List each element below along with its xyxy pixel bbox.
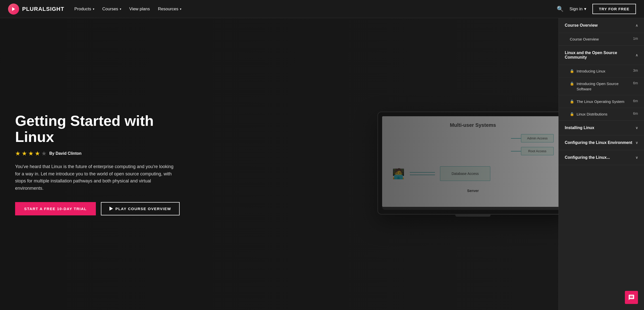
nav-left: PLURALSIGHT Products ▾ Courses ▾ View pl… xyxy=(8,4,181,15)
search-icon[interactable]: 🔍 xyxy=(557,6,564,12)
play-course-button[interactable]: PLAY COURSE OVERVIEW xyxy=(101,202,180,215)
courses-chevron-icon: ▾ xyxy=(120,7,121,11)
sidebar-item-left-1: 🔒 Introducing Linux xyxy=(570,68,631,74)
sign-in-button[interactable]: Sign in ▾ xyxy=(570,6,586,12)
sidebar-section-installing-linux: Installing Linux ∨ xyxy=(559,121,644,135)
sidebar-item-left-4: 🔒 Linux Distributions xyxy=(570,111,631,117)
lock-icon-4: 🔒 xyxy=(570,112,574,116)
sidebar-section-course-overview: Course Overview ∧ Course Overview 1m xyxy=(559,18,644,46)
sidebar-section-header-configuring-2[interactable]: Configuring the Linux... ∨ xyxy=(559,150,644,165)
star-3: ★ xyxy=(28,150,34,157)
sidebar-item-course-overview[interactable]: Course Overview 1m xyxy=(559,33,644,45)
svg-marker-0 xyxy=(12,7,15,11)
signin-chevron-icon: ▾ xyxy=(584,6,586,12)
section-chevron-down-2-icon: ∨ xyxy=(635,141,638,145)
star-4: ★ xyxy=(35,150,40,157)
try-free-button[interactable]: TRY FOR FREE xyxy=(592,4,636,14)
hero-buttons: START A FREE 10-DAY TRIAL PLAY COURSE OV… xyxy=(15,202,191,215)
sidebar-section-linux-oss: Linux and the Open Source Community ∧ 🔒 … xyxy=(559,46,644,121)
section-chevron-up-2-icon: ∧ xyxy=(635,53,638,57)
star-rating: ★ ★ ★ ★ ★ xyxy=(15,150,47,157)
star-1: ★ xyxy=(15,150,21,157)
sidebar-item-linux-distros[interactable]: 🔒 Linux Distributions 6m xyxy=(559,108,644,120)
sidebar-section-header-course-overview[interactable]: Course Overview ∧ xyxy=(559,18,644,33)
trial-button[interactable]: START A FREE 10-DAY TRIAL xyxy=(15,202,96,215)
nav-links: Products ▾ Courses ▾ View plans Resource… xyxy=(74,7,181,12)
star-2: ★ xyxy=(22,150,27,157)
sidebar-section-header-configuring[interactable]: Configuring the Linux Environment ∨ xyxy=(559,135,644,150)
course-description: You've heard that Linux is the future of… xyxy=(15,163,176,192)
sidebar-item-linux-os[interactable]: 🔒 The Linux Operating System 6m xyxy=(559,95,644,108)
sidebar-item-left-2: 🔒 Introducing Open Source Software xyxy=(570,81,631,92)
rating-row: ★ ★ ★ ★ ★ By David Clinton xyxy=(15,150,191,157)
section-chevron-up-icon: ∧ xyxy=(635,23,638,27)
sidebar-section-configuring-linux-2: Configuring the Linux... ∨ xyxy=(559,150,644,165)
course-title: Getting Started with Linux xyxy=(15,113,191,145)
logo[interactable]: PLURALSIGHT xyxy=(8,4,64,15)
sidebar-item-intro-linux[interactable]: 🔒 Introducing Linux 3m xyxy=(559,65,644,77)
lock-icon-3: 🔒 xyxy=(570,99,574,103)
brand-name: PLURALSIGHT xyxy=(22,6,64,12)
navbar: PLURALSIGHT Products ▾ Courses ▾ View pl… xyxy=(0,0,644,18)
sidebar-item-left-3: 🔒 The Linux Operating System xyxy=(570,99,631,104)
nav-right: 🔍 Sign in ▾ TRY FOR FREE xyxy=(557,4,636,14)
nav-courses[interactable]: Courses ▾ xyxy=(102,7,121,12)
nav-products[interactable]: Products ▾ xyxy=(74,7,94,12)
products-chevron-icon: ▾ xyxy=(93,7,94,11)
play-triangle-icon xyxy=(109,207,113,211)
logo-icon xyxy=(8,4,19,15)
lock-icon-2: 🔒 xyxy=(570,82,574,86)
chat-icon xyxy=(628,294,635,301)
section-chevron-down-3-icon: ∨ xyxy=(635,156,638,160)
sidebar-item-left: Course Overview xyxy=(570,36,631,42)
lock-icon-1: 🔒 xyxy=(570,69,574,73)
sidebar-section-header-installing[interactable]: Installing Linux ∨ xyxy=(559,121,644,135)
play-icon xyxy=(11,7,16,12)
sidebar-item-intro-oss[interactable]: 🔒 Introducing Open Source Software 6m xyxy=(559,77,644,95)
hero-section: Multi-user Systems Admin Access Root Acc… xyxy=(0,18,644,310)
resources-chevron-icon: ▾ xyxy=(180,7,181,11)
hero-content: Getting Started with Linux ★ ★ ★ ★ ★ By … xyxy=(0,18,206,310)
author-label: By David Clinton xyxy=(49,151,82,156)
sidebar-section-configuring-linux: Configuring the Linux Environment ∨ xyxy=(559,135,644,150)
nav-resources[interactable]: Resources ▾ xyxy=(158,7,181,12)
chat-button[interactable] xyxy=(625,291,638,304)
section-chevron-down-icon: ∨ xyxy=(635,126,638,130)
nav-view-plans[interactable]: View plans xyxy=(129,7,150,12)
sidebar-section-header-linux-oss[interactable]: Linux and the Open Source Community ∧ xyxy=(559,46,644,65)
course-sidebar: Course Overview ∧ Course Overview 1m Lin… xyxy=(558,18,644,310)
star-5: ★ xyxy=(41,150,47,157)
